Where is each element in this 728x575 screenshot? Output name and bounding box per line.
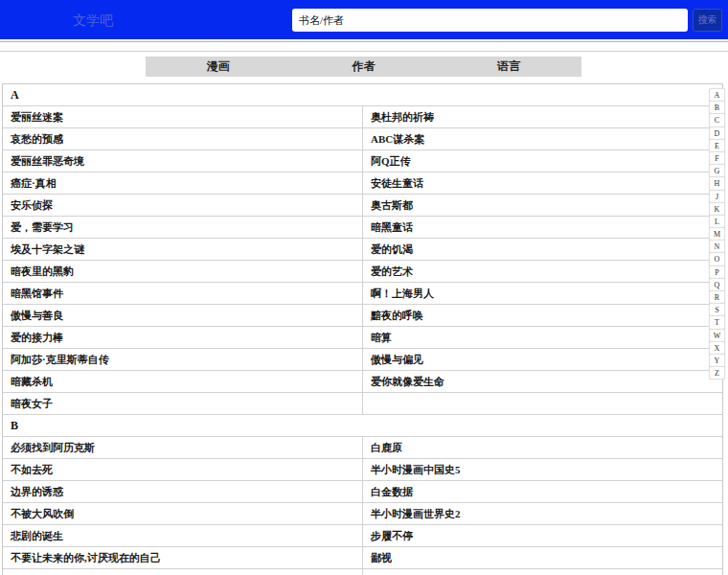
book-title[interactable]: 傲慢与善良 <box>3 305 362 326</box>
alphabet-link[interactable]: K <box>709 202 725 216</box>
alphabet-link[interactable]: H <box>709 176 725 190</box>
book-title[interactable]: 必须找到阿历克斯 <box>3 437 362 458</box>
tab-language[interactable]: 语言 <box>436 57 581 77</box>
search-input[interactable] <box>292 9 688 32</box>
tab-comics[interactable]: 漫画 <box>146 57 291 77</box>
book-title[interactable]: ABC谋杀案 <box>362 128 722 150</box>
alphabet-link[interactable]: Z <box>709 366 725 380</box>
book-title[interactable]: 不如去死 <box>3 459 362 480</box>
book-title[interactable]: 癌症·真相 <box>3 172 362 194</box>
table-row <box>3 569 722 575</box>
table-row: 边界的诱惑白金数据 <box>3 481 722 503</box>
table-row: 悲剧的诞生步履不停 <box>3 525 722 547</box>
table-row: 爱的接力棒暗算 <box>3 327 722 349</box>
book-title[interactable]: 哀愁的预感 <box>3 128 362 150</box>
table-row: 暗夜女子 <box>3 393 722 415</box>
table-row: 暗夜里的黑豹爱的艺术 <box>3 261 722 283</box>
empty-cell <box>3 569 362 575</box>
book-title[interactable]: 爱的饥渴 <box>362 239 722 260</box>
tab-authors[interactable]: 作者 <box>291 57 437 77</box>
table-row: 必须找到阿历克斯白鹿原 <box>3 437 722 459</box>
alphabet-link[interactable]: P <box>709 265 725 279</box>
table-row: 暗黑馆事件啊！上海男人 <box>3 283 722 305</box>
table-row: 阿加莎·克里斯蒂自传傲慢与偏见 <box>3 349 722 371</box>
alphabet-link[interactable]: Y <box>709 354 725 367</box>
table-row: 不要让未来的你,讨厌现在的自己鄙视 <box>3 547 722 569</box>
book-title[interactable]: 暗黑馆事件 <box>3 283 362 304</box>
table-row: 爱丽丝罪恶奇境阿Q正传 <box>3 150 722 172</box>
alphabet-link[interactable]: O <box>709 252 725 265</box>
section-letter: A <box>3 84 722 106</box>
site-logo[interactable]: 文学吧 <box>73 12 113 30</box>
alphabet-link[interactable]: S <box>709 303 725 316</box>
book-title[interactable]: 悲剧的诞生 <box>3 525 362 546</box>
book-title[interactable]: 阿Q正传 <box>362 150 722 172</box>
table-row: 埃及十字架之谜爱的饥渴 <box>3 239 722 261</box>
table-row: 爱，需要学习暗黑童话 <box>3 217 722 239</box>
alphabet-link[interactable]: T <box>709 315 725 329</box>
book-title[interactable]: 奥古斯都 <box>362 195 722 216</box>
alphabet-link[interactable]: M <box>709 227 725 241</box>
alphabet-link[interactable]: W <box>709 329 725 342</box>
book-title[interactable]: 安徒生童话 <box>362 172 722 194</box>
table-row: 暗藏杀机爱你就像爱生命 <box>3 371 722 393</box>
book-title[interactable]: 阿加莎·克里斯蒂自传 <box>3 349 362 370</box>
table-row: 不被大风吹倒半小时漫画世界史2 <box>3 503 722 525</box>
book-title[interactable]: 爱的接力棒 <box>3 327 362 348</box>
empty-cell <box>362 569 722 575</box>
book-title[interactable]: 步履不停 <box>362 525 722 546</box>
table-row: 安乐侦探奥古斯都 <box>3 195 722 217</box>
search-button[interactable]: 搜索 <box>693 9 722 32</box>
book-title[interactable]: 半小时漫画中国史5 <box>362 459 722 480</box>
book-title[interactable]: 白金数据 <box>362 481 722 502</box>
tab-bar: 漫画 作者 语言 <box>146 57 581 77</box>
table-row: 傲慢与善良黯夜的呼唤 <box>3 305 722 327</box>
table-row: 癌症·真相安徒生童话 <box>3 172 722 195</box>
alphabet-link[interactable]: A <box>709 88 725 102</box>
alphabet-link[interactable]: R <box>709 290 725 304</box>
book-title[interactable]: 爱的艺术 <box>362 261 722 282</box>
book-title[interactable]: 安乐侦探 <box>3 195 362 216</box>
table-row: 哀愁的预感ABC谋杀案 <box>3 128 722 150</box>
subnav-strip <box>0 41 728 52</box>
empty-cell <box>362 393 722 414</box>
book-title[interactable]: 爱丽丝迷案 <box>3 106 362 127</box>
book-title[interactable]: 不要让未来的你,讨厌现在的自己 <box>3 547 362 568</box>
alphabet-link[interactable]: F <box>709 151 725 165</box>
alphabet-link[interactable]: J <box>709 190 725 203</box>
table-row: 爱丽丝迷案奥杜邦的祈祷 <box>3 106 722 128</box>
app-header: 文学吧 搜索 <box>0 0 728 39</box>
book-title[interactable]: 白鹿原 <box>362 437 722 458</box>
alphabet-link[interactable]: C <box>709 113 725 126</box>
alphabet-link[interactable]: Q <box>709 278 725 291</box>
section-letter: B <box>3 415 722 437</box>
book-title[interactable]: 暗夜里的黑豹 <box>3 261 362 282</box>
book-title[interactable]: 爱丽丝罪恶奇境 <box>3 150 362 172</box>
book-title[interactable]: 爱你就像爱生命 <box>362 371 722 392</box>
book-title[interactable]: 暗夜女子 <box>3 393 362 414</box>
book-title[interactable]: 黯夜的呼唤 <box>362 305 722 326</box>
book-title[interactable]: 奥杜邦的祈祷 <box>362 106 722 127</box>
book-title[interactable]: 边界的诱惑 <box>3 481 362 502</box>
book-title[interactable]: 埃及十字架之谜 <box>3 239 362 260</box>
alphabet-link[interactable]: N <box>709 240 725 253</box>
alphabet-link[interactable]: E <box>709 139 725 152</box>
alphabet-index: ABCDEFGHJKLMNOPQRSTWXYZ <box>709 89 725 380</box>
book-table: A爱丽丝迷案奥杜邦的祈祷哀愁的预感ABC谋杀案爱丽丝罪恶奇境阿Q正传癌症·真相安… <box>2 83 723 575</box>
alphabet-link[interactable]: B <box>709 101 725 114</box>
book-title[interactable]: 爱，需要学习 <box>3 217 362 238</box>
table-row: 不如去死半小时漫画中国史5 <box>3 459 722 481</box>
alphabet-link[interactable]: L <box>709 215 725 228</box>
book-title[interactable]: 半小时漫画世界史2 <box>362 503 722 524</box>
book-title[interactable]: 鄙视 <box>362 547 722 568</box>
book-title[interactable]: 暗算 <box>362 327 722 348</box>
book-title[interactable]: 暗黑童话 <box>362 217 722 238</box>
alphabet-link[interactable]: D <box>709 126 725 140</box>
alphabet-link[interactable]: G <box>709 164 725 177</box>
book-title[interactable]: 啊！上海男人 <box>362 283 722 304</box>
book-title[interactable]: 不被大风吹倒 <box>3 503 362 524</box>
book-title[interactable]: 暗藏杀机 <box>3 371 362 392</box>
alphabet-link[interactable]: X <box>709 341 725 355</box>
book-title[interactable]: 傲慢与偏见 <box>362 349 722 370</box>
